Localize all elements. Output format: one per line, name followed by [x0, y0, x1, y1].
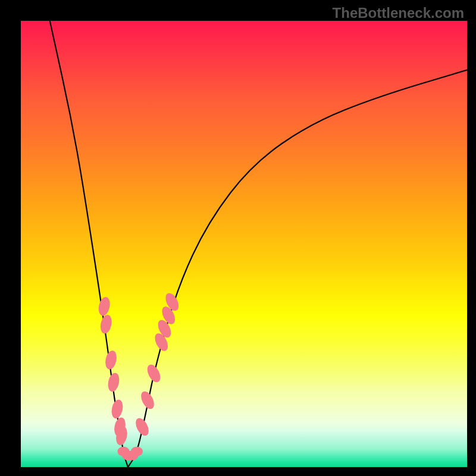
data-marker [131, 447, 143, 456]
right-branch-curve [128, 70, 467, 468]
data-marker [133, 416, 152, 438]
data-marker [104, 349, 118, 370]
plot-area [21, 21, 467, 467]
left-branch-curve [50, 21, 128, 467]
marker-cluster [97, 291, 181, 460]
data-marker [145, 362, 163, 384]
curve-svg [21, 21, 467, 467]
data-marker [99, 314, 113, 334]
data-marker [110, 399, 124, 419]
data-marker [139, 389, 157, 411]
watermark-text: TheBottleneck.com [333, 5, 464, 21]
data-marker [97, 296, 111, 317]
data-marker [107, 372, 121, 393]
curve-group [50, 21, 467, 467]
